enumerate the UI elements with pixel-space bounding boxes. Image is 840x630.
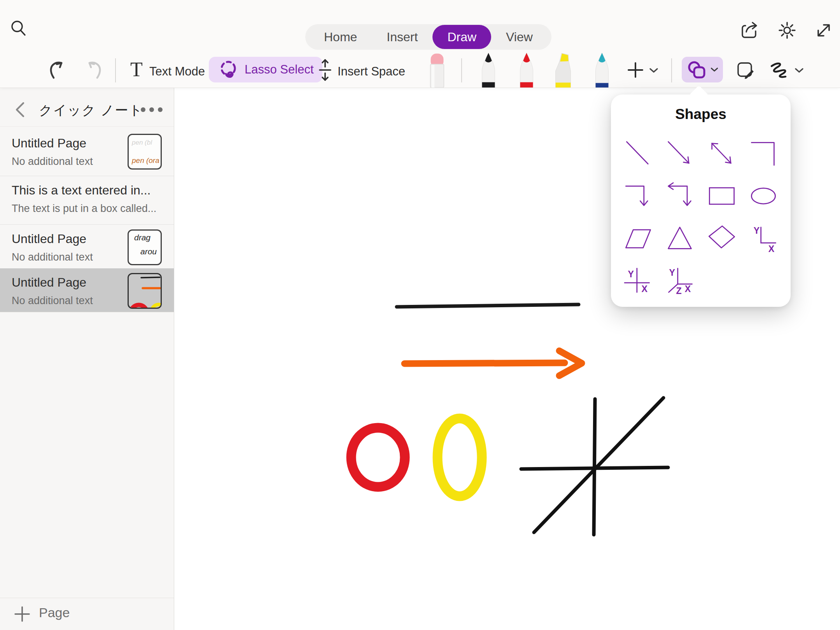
shape-corner-line-option[interactable] [745, 135, 782, 172]
page-subtitle: No additional text [12, 295, 93, 307]
page-subtitle: The text is put in a box called... [12, 203, 156, 215]
share-icon[interactable] [740, 20, 760, 40]
lasso-select-button[interactable]: Lasso Select [209, 57, 322, 82]
page-thumbnail: pen (bl pen (ora [128, 134, 162, 170]
shape-parallelogram-option[interactable] [620, 220, 657, 257]
shape-double-arrow-option[interactable] [703, 135, 740, 172]
shapes-popover-title: Shapes [611, 106, 791, 122]
shape-axes-cross-option[interactable]: Y X [620, 263, 657, 300]
shapes-grid: Y X Y X Y Z X [617, 132, 784, 303]
page-list-item[interactable]: Untitled Page No additional text pen (bl… [0, 129, 174, 176]
ribbon-tabbar: Home Insert Draw View [305, 24, 551, 50]
text-mode-icon[interactable]: T [127, 59, 146, 81]
ink-red-circle [351, 428, 405, 487]
shape-elbow-arrow-down-option[interactable] [620, 177, 657, 215]
red-pen-tool[interactable] [516, 51, 537, 88]
svg-text:Y: Y [628, 269, 634, 279]
page-title: Untitled Page [12, 232, 86, 246]
tab-draw[interactable]: Draw [432, 25, 491, 49]
page-list-item[interactable]: This is a text entered in... The text is… [0, 176, 174, 224]
svg-text:Y: Y [669, 268, 676, 278]
shape-axes-quadrant-option[interactable]: Y X [745, 220, 782, 257]
shape-arrow-option[interactable] [661, 135, 698, 172]
svg-text:T: T [130, 59, 143, 80]
shape-line-option[interactable] [620, 135, 657, 172]
toolbar-divider [461, 58, 462, 82]
ink-axis-diagonal [534, 398, 663, 532]
svg-text:Y: Y [754, 226, 760, 236]
expand-icon[interactable] [814, 20, 834, 40]
sidebar-header: クイック ノート [0, 93, 174, 127]
teal-pen-tool[interactable] [591, 51, 613, 88]
tab-home[interactable]: Home [309, 25, 372, 49]
page-thumbnail [128, 273, 162, 309]
page-title: Untitled Page [12, 136, 86, 150]
yellow-highlighter-tool[interactable] [551, 51, 573, 88]
svg-text:Z: Z [676, 286, 682, 296]
top-toolbar: Home Insert Draw View [0, 0, 840, 88]
insert-space-icon[interactable] [316, 58, 334, 82]
toolbar-divider [671, 58, 672, 82]
chevron-down-icon[interactable] [794, 67, 804, 74]
add-pen-button[interactable] [625, 60, 646, 80]
insert-space-label[interactable]: Insert Space [338, 65, 405, 79]
svg-text:X: X [768, 244, 775, 254]
page-list-item-selected[interactable]: Untitled Page No additional text [0, 268, 174, 312]
shape-triangle-option[interactable] [661, 220, 698, 257]
tab-insert[interactable]: Insert [372, 25, 432, 49]
svg-text:X: X [641, 284, 648, 294]
add-page-label: Page [39, 605, 70, 620]
plus-icon [13, 605, 31, 623]
shape-elbow-arrow-left-down-option[interactable] [661, 177, 698, 215]
shapes-button[interactable] [682, 57, 723, 82]
redo-icon [83, 59, 105, 81]
chevron-down-icon [710, 66, 719, 73]
lasso-select-label: Lasso Select [245, 63, 314, 77]
shape-ellipse-option[interactable] [745, 177, 782, 215]
shapes-popover: Shapes [611, 94, 791, 307]
ink-yellow-ellipse [438, 418, 482, 496]
tab-view[interactable]: View [491, 25, 548, 49]
page-title: This is a text entered in... [12, 183, 151, 198]
ink-orange-arrow [404, 351, 582, 376]
note-pencil-icon[interactable] [735, 60, 756, 81]
gear-icon[interactable] [777, 20, 797, 40]
notebook-title[interactable]: クイック ノート [39, 102, 143, 119]
search-icon[interactable] [9, 19, 28, 37]
ink-black-line [397, 304, 579, 307]
add-page-button[interactable]: Page [0, 598, 174, 630]
eraser-tool[interactable] [426, 51, 448, 88]
pages-sidebar: クイック ノート Untitled Page No additional tex… [0, 88, 174, 630]
svg-text:X: X [685, 284, 691, 294]
shape-axes-3d-option[interactable]: Y Z X [661, 263, 698, 300]
shape-rectangle-option[interactable] [703, 177, 740, 215]
app-window: Home Insert Draw View [0, 0, 840, 630]
undo-icon[interactable] [46, 59, 68, 81]
text-mode-label[interactable]: Text Mode [149, 65, 205, 79]
page-subtitle: No additional text [12, 251, 93, 263]
page-list-item[interactable]: Untitled Page No additional text drag ar… [0, 225, 174, 268]
page-thumbnail: drag arou [128, 229, 162, 265]
ellipsis-icon[interactable] [139, 105, 164, 114]
page-subtitle: No additional text [12, 156, 93, 168]
chevron-down-icon[interactable] [649, 67, 659, 74]
toolbar-divider [115, 58, 116, 82]
chevron-left-icon[interactable] [13, 101, 26, 119]
shape-diamond-option[interactable] [703, 220, 740, 257]
black-pen-tool[interactable] [478, 51, 499, 88]
page-title: Untitled Page [12, 275, 86, 290]
scribble-icon[interactable] [768, 61, 791, 81]
